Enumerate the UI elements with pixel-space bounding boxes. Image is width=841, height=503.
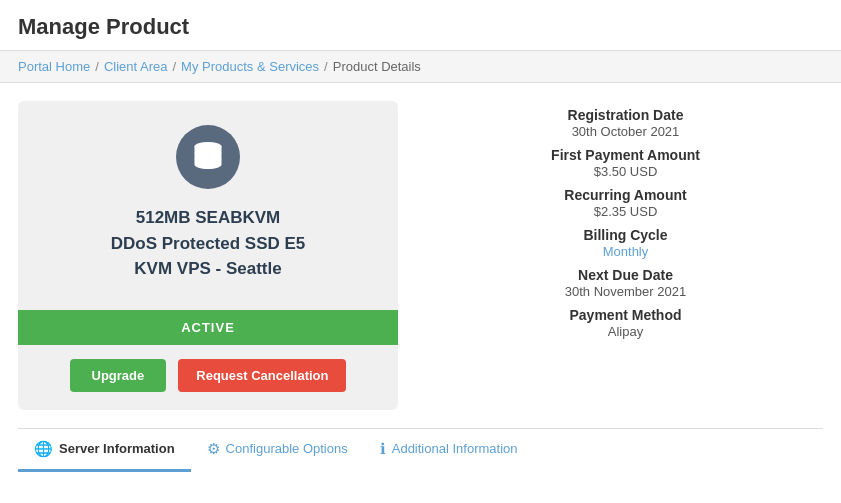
product-status: ACTIVE <box>18 310 398 345</box>
breadcrumb-sep-1: / <box>95 59 99 74</box>
main-content: 512MB SEABKVM DDoS Protected SSD E5 KVM … <box>0 83 841 428</box>
recurring-value: $2.35 USD <box>428 204 823 219</box>
db-svg <box>190 139 226 175</box>
next-due-value: 30th November 2021 <box>428 284 823 299</box>
product-actions: Upgrade Request Cancellation <box>18 359 398 410</box>
tab-server-information[interactable]: 🌐 Server Information <box>18 429 191 472</box>
product-name: 512MB SEABKVM DDoS Protected SSD E5 KVM … <box>111 205 306 282</box>
tab-configurable-label: Configurable Options <box>226 441 348 456</box>
registration-date-label: Registration Date <box>428 107 823 123</box>
tab-server-info-label: Server Information <box>59 441 175 456</box>
first-payment-label: First Payment Amount <box>428 147 823 163</box>
breadcrumb-current: Product Details <box>333 59 421 74</box>
breadcrumb-sep-3: / <box>324 59 328 74</box>
payment-method-row: Payment Method Alipay <box>428 307 823 339</box>
billing-cycle-value: Monthly <box>428 244 823 259</box>
page-header: Manage Product <box>0 0 841 51</box>
cancel-button[interactable]: Request Cancellation <box>178 359 346 392</box>
tab-additional-label: Additional Information <box>392 441 518 456</box>
product-info: Registration Date 30th October 2021 Firs… <box>428 101 823 410</box>
payment-method-label: Payment Method <box>428 307 823 323</box>
product-name-line2: DDoS Protected SSD E5 <box>111 234 306 253</box>
product-name-line3: KVM VPS - Seattle <box>134 259 281 278</box>
billing-cycle-label: Billing Cycle <box>428 227 823 243</box>
next-due-row: Next Due Date 30th November 2021 <box>428 267 823 299</box>
upgrade-button[interactable]: Upgrade <box>70 359 167 392</box>
breadcrumb-client-area[interactable]: Client Area <box>104 59 168 74</box>
recurring-label: Recurring Amount <box>428 187 823 203</box>
product-card: 512MB SEABKVM DDoS Protected SSD E5 KVM … <box>18 101 398 410</box>
globe-icon: 🌐 <box>34 440 53 458</box>
tab-configurable-options[interactable]: ⚙ Configurable Options <box>191 429 364 472</box>
product-card-body: 512MB SEABKVM DDoS Protected SSD E5 KVM … <box>18 101 398 298</box>
first-payment-value: $3.50 USD <box>428 164 823 179</box>
tab-additional-information[interactable]: ℹ Additional Information <box>364 429 534 472</box>
payment-method-value: Alipay <box>428 324 823 339</box>
breadcrumb-my-products[interactable]: My Products & Services <box>181 59 319 74</box>
product-name-line1: 512MB SEABKVM <box>136 208 281 227</box>
tabs-row: 🌐 Server Information ⚙ Configurable Opti… <box>18 428 823 472</box>
next-due-label: Next Due Date <box>428 267 823 283</box>
registration-date-row: Registration Date 30th October 2021 <box>428 107 823 139</box>
settings-icon: ⚙ <box>207 440 220 458</box>
breadcrumb: Portal Home / Client Area / My Products … <box>0 51 841 83</box>
breadcrumb-sep-2: / <box>172 59 176 74</box>
registration-date-value: 30th October 2021 <box>428 124 823 139</box>
info-icon: ℹ <box>380 440 386 458</box>
recurring-row: Recurring Amount $2.35 USD <box>428 187 823 219</box>
database-icon <box>176 125 240 189</box>
page-title: Manage Product <box>18 14 823 40</box>
billing-cycle-row: Billing Cycle Monthly <box>428 227 823 259</box>
breadcrumb-portal-home[interactable]: Portal Home <box>18 59 90 74</box>
first-payment-row: First Payment Amount $3.50 USD <box>428 147 823 179</box>
